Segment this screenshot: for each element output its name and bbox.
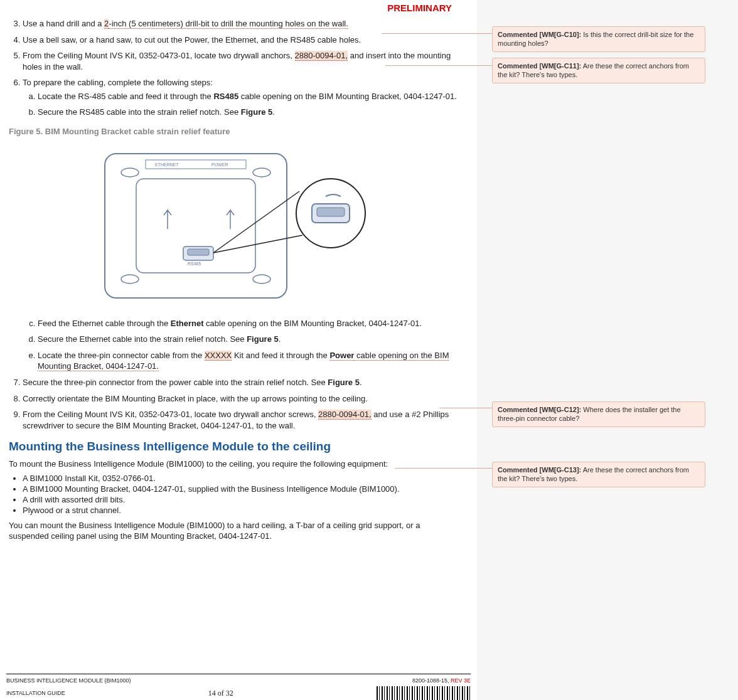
s7-pre: Secure the three-pin connector from the … xyxy=(23,378,328,387)
equipment-list: A BIM1000 Install Kit, 0352-0766-01. A B… xyxy=(9,474,458,515)
step-3-link: -inch (5 centimeters) drill-bit to drill… xyxy=(109,19,348,29)
step-7: Secure the three-pin connector from the … xyxy=(23,377,458,388)
c11-id: Commented [WM[G-C11]: xyxy=(498,62,581,70)
c12-id: Commented [WM[G-C12]: xyxy=(498,406,581,413)
main-steps-cont: Secure the three-pin connector from the … xyxy=(9,377,458,431)
step-6: To prepare the cabling, complete the fol… xyxy=(23,77,458,118)
step-3: Use a hand drill and a 2-inch (5 centime… xyxy=(23,18,458,29)
s6b-bold: Figure 5 xyxy=(241,107,273,117)
equip-2: A BIM1000 Mounting Bracket, 0404-1247-01… xyxy=(23,484,458,494)
s6e-mid: Kit and feed it through the xyxy=(232,351,329,360)
s6a-bold: RS485 xyxy=(213,92,238,101)
comment-c12[interactable]: Commented [WM[G-C12]: Where does the ins… xyxy=(492,401,705,427)
svg-rect-0 xyxy=(105,154,287,298)
footer-left2: INSTALLATION GUIDE xyxy=(6,689,65,697)
step-6a: Locate the RS-485 cable and feed it thro… xyxy=(38,91,458,102)
s6e-hl: XXXXX xyxy=(205,351,232,361)
figure-5: ETHERNET POWER RS485 xyxy=(92,141,375,310)
step-5-hl: 2880-0094-01, xyxy=(295,51,348,61)
s9-pre: From the Ceiling Mount IVS Kit, 0352-047… xyxy=(23,410,318,419)
label-ethernet: ETHERNET xyxy=(155,162,179,167)
equip-3: A drill with assorted drill bits. xyxy=(23,495,458,504)
s6d-pre: Secure the Ethernet cable into the strai… xyxy=(38,334,247,344)
s6d-bold: Figure 5 xyxy=(247,334,279,344)
s6d-post: . xyxy=(279,334,281,344)
step-6-text: To prepare the cabling, complete the fol… xyxy=(23,78,213,87)
section-heading: Mounting the Business Intelligence Modul… xyxy=(9,440,458,453)
s9-hl: 2880-0094-01, xyxy=(318,410,372,420)
footer: BUSINESS INTELLIGENCE MODULE (BIM1000) 8… xyxy=(6,674,471,700)
s6a-pre: Locate the RS-485 cable and feed it thro… xyxy=(38,92,213,101)
figure-caption: Figure 5. BIM Mounting Bracket cable str… xyxy=(9,127,458,136)
comment-c11[interactable]: Commented [WM[G-C11]: Are these the corr… xyxy=(492,58,705,83)
step-6c: Feed the Ethernet cable through the Ethe… xyxy=(38,318,458,329)
preliminary-stamp: PRELIMINARY xyxy=(6,0,471,16)
step-8: Correctly orientate the BIM Mounting Bra… xyxy=(23,393,458,405)
step-6-sub: Locate the RS-485 cable and feed it thro… xyxy=(23,91,458,118)
barcode-icon xyxy=(377,686,471,700)
section-outro: You can mount the Business Intelligence … xyxy=(9,520,458,542)
comment-c10[interactable]: Commented [WM[G-C10]: Is this the correc… xyxy=(492,26,705,52)
footer-docnum: 8200-1088-15, xyxy=(412,677,451,684)
svg-rect-8 xyxy=(188,249,209,255)
equip-4: Plywood or a strut channel. xyxy=(23,506,458,515)
connector-c13 xyxy=(395,468,492,469)
step-9: From the Ceiling Mount IVS Kit, 0352-047… xyxy=(23,409,458,431)
step-3-pre: Use a hand drill and a xyxy=(23,19,104,28)
s6b-pre: Secure the RS485 cable into the strain r… xyxy=(38,107,241,117)
footer-rev: REV 3E xyxy=(451,677,471,684)
s6e-bold: Power xyxy=(329,351,354,361)
connector-c12 xyxy=(439,408,492,408)
step-6-sub-cont: Feed the Ethernet cable through the Ethe… xyxy=(23,318,458,372)
page-number: 14 of 32 xyxy=(208,688,233,699)
s6b-post: . xyxy=(272,107,275,117)
s7-bold: Figure 5 xyxy=(328,378,360,387)
c10-id: Commented [WM[G-C10]: xyxy=(498,31,581,38)
step-5-pre: From the Ceiling Mount IVS Kit, 0352-047… xyxy=(23,51,295,60)
footer-left1: BUSINESS INTELLIGENCE MODULE (BIM1000) xyxy=(6,677,131,685)
c13-id: Commented [WM[G-C13]: xyxy=(498,466,581,474)
s6c-pre: Feed the Ethernet cable through the xyxy=(38,319,171,328)
s6e-pre: Locate the three-pin connector cable fro… xyxy=(38,351,205,360)
comments-gutter xyxy=(477,0,738,700)
label-power: POWER xyxy=(211,162,228,167)
step-4: Use a bell saw, or a hand saw, to cut ou… xyxy=(23,34,458,46)
step-5: From the Ceiling Mount IVS Kit, 0352-047… xyxy=(23,50,458,72)
footer-right1: 8200-1088-15, REV 3E xyxy=(412,677,471,685)
equip-1: A BIM1000 Install Kit, 0352-0766-01. xyxy=(23,474,458,483)
bracket-illustration: ETHERNET POWER RS485 xyxy=(92,141,375,310)
section-intro: To mount the Business Intelligence Modul… xyxy=(9,459,458,470)
step-6d: Secure the Ethernet cable into the strai… xyxy=(38,334,458,345)
s6c-bold: Ethernet xyxy=(171,319,204,328)
connector-c10 xyxy=(382,33,492,34)
svg-rect-11 xyxy=(317,208,345,216)
step-6e: Locate the three-pin connector cable fro… xyxy=(38,350,458,372)
body: Use a hand drill and a 2-inch (5 centime… xyxy=(6,18,471,542)
s7-post: . xyxy=(360,378,362,387)
step-6b: Secure the RS485 cable into the strain r… xyxy=(38,107,458,118)
connector-c11 xyxy=(385,65,492,66)
comment-c13[interactable]: Commented [WM[G-C13]: Are these the corr… xyxy=(492,462,705,487)
s6c-post: cable opening on the BIM Mounting Bracke… xyxy=(204,319,422,328)
page: PRELIMINARY Use a hand drill and a 2-inc… xyxy=(0,0,477,700)
label-rs485: RS485 xyxy=(188,262,201,266)
s6a-post: cable opening on the BIM Mounting Bracke… xyxy=(238,92,457,101)
